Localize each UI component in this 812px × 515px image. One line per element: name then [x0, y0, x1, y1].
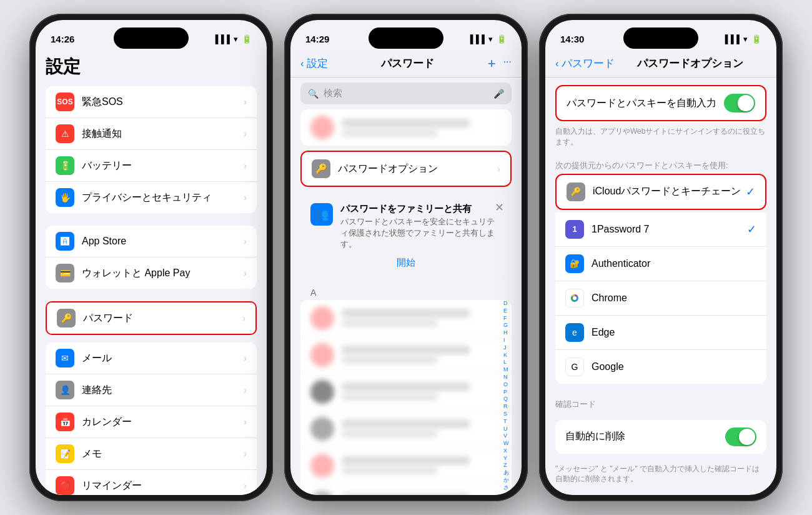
privacy-icon: 🖐: [56, 188, 74, 207]
status-time-1: 14:26: [51, 34, 74, 44]
pw-info-5: [342, 456, 502, 474]
reminders-icon: 🔴: [56, 476, 74, 495]
settings-scroll-1[interactable]: 設定 SOS 緊急SOS › ⚠ 接触通知 › 🔋 バッテ: [36, 50, 267, 495]
confirm-code-section-label: 次を使用して確認コードを設定:: [545, 489, 776, 495]
phone-screen-1: 14:26 ▐▐▐ ▾ 🔋 設定 SOS 緊急SOS ›: [36, 20, 267, 495]
pw-avatar-1: [310, 306, 334, 330]
battery-label: バッテリー: [82, 159, 244, 172]
pw-row-1[interactable]: [300, 300, 512, 337]
autofill-label: パスワードとパスキーを自動入力: [567, 97, 724, 110]
settings-row-appstore[interactable]: 🅰 App Store ›: [46, 226, 257, 258]
authenticator-row[interactable]: 🔐 Authenticator: [555, 247, 766, 281]
back-chevron-3: ‹: [555, 58, 559, 70]
add-button-2[interactable]: +: [488, 57, 496, 71]
pw-row-3[interactable]: [300, 374, 512, 411]
dynamic-island-3: [623, 28, 698, 49]
family-close-button[interactable]: ✕: [495, 201, 504, 214]
1password-icon: 1: [565, 220, 584, 239]
blurred-info-top: [342, 119, 502, 137]
settings-row-privacy[interactable]: 🖐 プライバシーとセキュリティ ›: [46, 182, 257, 213]
appstore-icon: 🅰: [56, 232, 74, 251]
chrome-row[interactable]: Chrome: [555, 281, 766, 316]
pw-row-2[interactable]: [300, 337, 512, 374]
blurred-name-top: [342, 119, 470, 128]
autofill-highlight: パスワードとパスキーを自動入力: [555, 85, 766, 121]
password-scroll[interactable]: 🔍 検索 🎤 �: [290, 78, 522, 495]
icloud-provider-row[interactable]: 🔑 iCloudパスワードとキーチェーン ✓: [557, 175, 765, 209]
pw-name-2: [342, 346, 470, 354]
password-icon: 🔑: [57, 309, 76, 328]
settings-row-reminders[interactable]: 🔴 リマインダー ›: [46, 470, 257, 495]
edge-icon: e: [565, 323, 584, 342]
blurred-top-section: [300, 109, 512, 146]
back-button-3[interactable]: ‹ パスワード: [555, 56, 615, 71]
family-desc: パスワードとパスキーを安全にセキュリティ保護された状態でファミリーと共有します。: [340, 216, 502, 251]
wifi-icon-3: ▾: [743, 34, 748, 44]
phone-1: 14:26 ▐▐▐ ▾ 🔋 設定 SOS 緊急SOS ›: [29, 14, 273, 501]
pw-name-1: [342, 309, 470, 318]
privacy-chevron: ›: [244, 192, 247, 202]
providers-section-label: 次の提供元からのパスワードとパスキーを使用:: [545, 152, 776, 174]
edge-row[interactable]: e Edge: [555, 316, 766, 350]
notes-icon: 📝: [56, 444, 74, 463]
settings-section-apps: 🅰 App Store › 💳 ウォレットと Apple Pay ›: [46, 226, 257, 289]
phone-frame-2: 14:29 ▐▐▐ ▾ 🔋 ‹ 設定 パスワード + ···: [284, 14, 528, 501]
wifi-icon-2: ▾: [488, 34, 493, 44]
password-list: A B C D E F G H I J K L M N O: [300, 300, 512, 495]
settings-row-wallet[interactable]: 💳 ウォレットと Apple Pay ›: [46, 258, 257, 289]
settings-row-contacts[interactable]: 👤 連絡先 ›: [46, 374, 257, 406]
contacts-chevron: ›: [244, 385, 247, 395]
alpha-index[interactable]: A B C D E F G H I J K L M N O: [503, 300, 509, 495]
settings-row-calendar[interactable]: 📅 カレンダー ›: [46, 406, 257, 438]
nav-title-2: パスワード: [328, 56, 488, 71]
phone-screen-2: 14:29 ▐▐▐ ▾ 🔋 ‹ 設定 パスワード + ···: [290, 20, 522, 495]
settings-row-contact[interactable]: ⚠ 接触通知 ›: [46, 118, 257, 150]
search-bar[interactable]: 🔍 検索 🎤: [300, 82, 512, 104]
google-row[interactable]: G Google: [555, 350, 766, 384]
back-label-3: パスワード: [562, 56, 615, 71]
google-icon: G: [565, 358, 584, 376]
auto-delete-toggle[interactable]: [725, 428, 756, 446]
battery-chevron: ›: [244, 161, 247, 171]
wallet-label: ウォレットと Apple Pay: [82, 267, 244, 280]
settings-row-notes[interactable]: 📝 メモ ›: [46, 438, 257, 470]
pw-row-4[interactable]: [300, 411, 512, 448]
pw-options-row[interactable]: 🔑 パスワードオプション ›: [302, 152, 510, 186]
auto-delete-row[interactable]: 自動的に削除: [555, 420, 766, 454]
blurred-avatar-top: [310, 116, 334, 139]
privacy-label: プライバシーとセキュリティ: [82, 191, 244, 204]
pw-options-scroll[interactable]: パスワードとパスキーを自動入力 自動入力は、アプリやWebサイトにサインインする…: [545, 78, 776, 495]
settings-row-mail[interactable]: ✉ メール ›: [46, 342, 257, 374]
status-time-2: 14:29: [305, 34, 329, 44]
family-card-header: 👥 パスワードをファミリーと共有 パスワードとパスキーを安全にセキュリティ保護さ…: [310, 203, 502, 251]
settings-row-password[interactable]: 🔑 パスワード ›: [47, 302, 255, 334]
back-button-2[interactable]: ‹ 設定: [300, 56, 328, 71]
family-button[interactable]: 開始: [310, 257, 502, 269]
icloud-provider-check: ✓: [746, 185, 755, 199]
notes-chevron: ›: [244, 449, 247, 459]
autofill-row[interactable]: パスワードとパスキーを自動入力: [557, 86, 765, 120]
appstore-chevron: ›: [244, 236, 247, 246]
1password-row[interactable]: 1 1Password 7 ✓: [555, 212, 766, 247]
sos-icon: SOS: [56, 92, 74, 111]
pw-row-5[interactable]: [300, 448, 512, 484]
blurred-row-top: [300, 109, 512, 146]
phone-frame-3: 14:30 ▐▐▐ ▾ 🔋 ‹ パスワード パスワードオプション: [539, 14, 783, 501]
svg-point-2: [573, 296, 577, 300]
settings-row-sos[interactable]: SOS 緊急SOS ›: [46, 86, 257, 118]
pw-row-6[interactable]: [300, 484, 512, 495]
phone-frame-1: 14:26 ▐▐▐ ▾ 🔋 設定 SOS 緊急SOS ›: [29, 14, 273, 501]
back-label-2: 設定: [307, 56, 328, 71]
pw-name-6: [342, 493, 470, 495]
1password-check: ✓: [747, 222, 756, 236]
calendar-chevron: ›: [244, 417, 247, 427]
battery-icon-1: 🔋: [242, 34, 252, 44]
pw-options-chevron: ›: [497, 164, 500, 174]
contacts-label: 連絡先: [82, 384, 244, 397]
more-button-2[interactable]: ···: [503, 57, 512, 71]
autofill-toggle[interactable]: [724, 94, 755, 112]
icloud-provider-icon: 🔑: [567, 182, 585, 201]
settings-row-battery[interactable]: 🔋 バッテリー ›: [46, 150, 257, 182]
wallet-icon: 💳: [56, 264, 74, 282]
pw-avatar-5: [310, 454, 334, 478]
